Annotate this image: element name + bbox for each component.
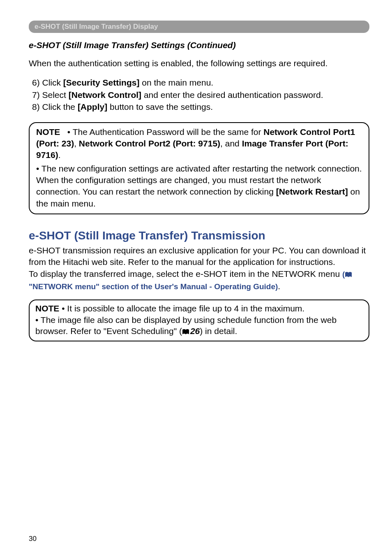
note-box-1: NOTE • The Authentication Password will … — [29, 122, 369, 214]
body-paragraph-2: To display the transferred image, select… — [29, 268, 369, 292]
note2-ref: 26 — [190, 326, 200, 336]
step-7: 7) Select [Network Control] and enter th… — [32, 89, 369, 101]
book-icon — [345, 269, 352, 281]
step8-pre: 8) Click the — [32, 102, 78, 111]
note-label: NOTE — [36, 127, 60, 137]
body2-p2a: To display the transferred image, select… — [29, 269, 342, 278]
step8-post: button to save the settings. — [107, 102, 213, 111]
step6-post: on the main menu. — [139, 78, 213, 87]
steps-list: 6) Click [Security Settings] on the main… — [29, 77, 369, 113]
section-heading: e-SHOT (Still Image Transfer) Transmissi… — [29, 229, 369, 242]
step6-pre: 6) Click — [32, 78, 63, 87]
note1-p1a: • The Authentication Password will be th… — [67, 127, 263, 137]
note1-p1c: , — [74, 139, 79, 148]
step6-bold: [Security Settings] — [63, 78, 140, 87]
section-tab-text: e-SHOT (Still Image Transfer) Display — [35, 23, 158, 30]
step7-pre: 7) Select — [32, 90, 69, 100]
step7-post: and enter the desired authentication pas… — [141, 90, 323, 100]
note1-p1e: , and — [220, 139, 242, 148]
note2-label: NOTE — [35, 304, 59, 313]
book-icon — [182, 326, 189, 337]
section-tab: e-SHOT (Still Image Transfer) Display — [29, 21, 369, 33]
page-container: e-SHOT (Still Image Transfer) Display e-… — [0, 0, 392, 341]
body-paragraph-1: e-SHOT transmission requires an exclusiv… — [29, 245, 369, 268]
note1-p2b: [Network Restart] — [276, 187, 348, 196]
step-6: 6) Click [Security Settings] on the main… — [32, 77, 369, 88]
step-8: 8) Click the [Apply] button to save the … — [32, 101, 369, 113]
note1-p1d: Network Control Port2 (Port: 9715) — [79, 139, 220, 148]
step8-bold: [Apply] — [78, 102, 107, 111]
note2-p1: • It is possible to allocate the image f… — [62, 304, 304, 313]
note-box-2: NOTE • It is possible to allocate the im… — [29, 299, 369, 341]
body2-p2b: "NETWORK menu" section of the User's Man… — [29, 282, 278, 291]
step7-bold: [Network Control] — [69, 90, 141, 100]
body2-p2c: . — [278, 281, 280, 291]
subtitle: e-SHOT (Still Image Transfer) Settings (… — [29, 40, 369, 50]
note2-p2b: ) in detail. — [200, 326, 237, 336]
page-number: 30 — [29, 535, 37, 543]
intro-text: When the authentication setting is enabl… — [29, 58, 369, 69]
note1-p1g: . — [58, 150, 61, 160]
